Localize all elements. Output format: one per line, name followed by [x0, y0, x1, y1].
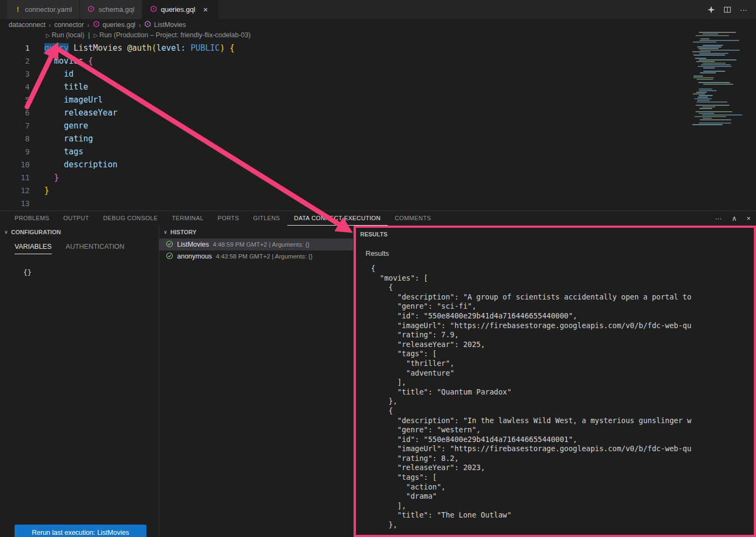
history-section: ∨ HISTORY ListMovies4:48:59 PM GMT+2 | A…	[159, 226, 354, 537]
editor-tab-connector.yaml[interactable]: !connector.yaml	[7, 0, 80, 19]
run-production-codelens[interactable]: ▷ Run (Production – Project: friendly-fl…	[93, 31, 251, 39]
json-line: },	[371, 520, 754, 530]
breadcrumb-item-queries.gql[interactable]: queries.gql	[93, 21, 136, 29]
panel-close-icon[interactable]: ×	[746, 214, 751, 222]
split-editor-icon[interactable]	[724, 6, 731, 13]
json-line: ],	[371, 378, 754, 388]
line-number: 5	[0, 93, 30, 106]
json-line: {	[371, 264, 754, 274]
json-line: {	[371, 406, 754, 416]
panel-tab-terminal[interactable]: TERMINAL	[165, 211, 211, 226]
check-circle-icon	[166, 240, 173, 249]
code-text: rating	[44, 132, 93, 145]
history-header[interactable]: ∨ HISTORY	[159, 226, 353, 239]
panel-tab-output[interactable]: OUTPUT	[56, 211, 96, 226]
breadcrumb-item-dataconnect[interactable]: dataconnect	[9, 21, 45, 29]
tab-bar-tabs: !connector.yamlschema.gqlqueries.gql×	[0, 0, 218, 19]
config-tab-authentication[interactable]: AUTHENTICATION	[66, 243, 125, 254]
codelens: ▷ Run (local) | ▷ Run (Production – Proj…	[46, 31, 251, 39]
panel-tab-comments[interactable]: COMMENTS	[388, 211, 438, 226]
run-local-codelens[interactable]: ▷ Run (local)	[46, 31, 84, 39]
panel-maximize-icon[interactable]: ∧	[732, 214, 737, 222]
more-actions-icon[interactable]: ···	[740, 5, 747, 14]
codelens-divider: |	[88, 31, 90, 39]
tab-label: schema.gql	[98, 5, 134, 13]
panel-tab-ports[interactable]: PORTS	[211, 211, 246, 226]
sparkle-icon[interactable]	[707, 6, 715, 13]
code-text: releaseYear	[44, 106, 117, 119]
chevron-down-icon: ∨	[164, 229, 167, 235]
json-line: "id": "550e8400e29b41d4a716446655440001"…	[371, 435, 754, 445]
code-line: 4 title	[0, 80, 690, 93]
results-json: { "movies": [ { "description": "A group …	[371, 264, 754, 530]
code-text: description	[44, 158, 117, 171]
vscode-window: !connector.yamlschema.gqlqueries.gql× ··…	[0, 0, 756, 537]
code-line: 5 imageUrl	[0, 93, 690, 106]
code-text: id	[44, 67, 73, 80]
minimap[interactable]	[692, 31, 755, 126]
json-line: "title": "Quantum Paradox"	[371, 388, 754, 397]
breadcrumb-label: queries.gql	[103, 21, 136, 29]
json-line: "id": "550e8400e29b41d4a716446655440000"…	[371, 311, 754, 321]
history-entry-meta: 4:43:58 PM GMT+2 | Arguments: {}	[216, 253, 313, 260]
panel-more-icon[interactable]: ···	[715, 214, 722, 222]
history-row-ListMovies[interactable]: ListMovies4:48:59 PM GMT+2 | Arguments: …	[159, 239, 353, 250]
yaml-file-icon: !	[15, 6, 21, 13]
editor-tab-schema.gql[interactable]: schema.gql	[80, 0, 142, 19]
configuration-section: ∨ CONFIGURATION VARIABLESAUTHENTICATION …	[0, 226, 159, 537]
code-line: 7 genre	[0, 119, 690, 132]
code-text: movies {	[44, 55, 93, 67]
history-entry-meta: 4:48:59 PM GMT+2 | Arguments: {}	[213, 241, 309, 248]
panel-tab-gitlens[interactable]: GITLENS	[246, 211, 287, 226]
history-entry-name: ListMovies	[177, 241, 209, 248]
line-number: 8	[0, 132, 30, 145]
code-text: tags	[44, 145, 83, 158]
variables-value[interactable]: {}	[23, 268, 159, 276]
json-line: "thriller",	[371, 359, 754, 369]
json-line: "description": "In the lawless Wild West…	[371, 416, 754, 426]
panel-tab-problems[interactable]: PROBLEMS	[8, 211, 56, 226]
code-line: 1query ListMovies @auth(level: PUBLIC) {	[0, 42, 690, 55]
json-line: "title": "The Lone Outlaw"	[371, 511, 754, 520]
code-text: }	[44, 171, 59, 184]
code-line: 12}	[0, 184, 690, 197]
json-line: "tags": [	[371, 349, 754, 359]
history-list: ListMovies4:48:59 PM GMT+2 | Arguments: …	[159, 239, 353, 262]
configuration-header[interactable]: ∨ CONFIGURATION	[0, 226, 159, 239]
code-area[interactable]: 1query ListMovies @auth(level: PUBLIC) {…	[0, 42, 690, 210]
panel-tab-bar: PROBLEMSOUTPUTDEBUG CONSOLETERMINALPORTS…	[0, 211, 756, 226]
minimap-line	[692, 124, 755, 126]
line-number: 12	[0, 184, 30, 197]
breadcrumb-item-ListMovies[interactable]: ListMovies	[144, 21, 186, 29]
editor-tab-bar: !connector.yamlschema.gqlqueries.gql× ··…	[0, 0, 756, 19]
breadcrumb-item-connector[interactable]: connector	[54, 21, 84, 29]
config-tab-variables[interactable]: VARIABLES	[15, 243, 52, 254]
rerun-button[interactable]: Rerun last execution: ListMovies	[15, 525, 146, 537]
json-line: "tags": [	[371, 473, 754, 482]
json-line: "description": "A group of scientists ac…	[371, 293, 754, 302]
tab-close-icon[interactable]: ×	[201, 5, 210, 14]
json-line: "adventure"	[371, 369, 754, 378]
line-number: 10	[0, 158, 30, 171]
code-text: query ListMovies @auth(level: PUBLIC) {	[44, 42, 234, 55]
line-number: 9	[0, 145, 30, 158]
code-text: genre	[44, 119, 88, 132]
results-label: Results	[366, 249, 754, 257]
editor-tab-queries.gql[interactable]: queries.gql×	[143, 0, 218, 19]
play-icon: ▷	[46, 32, 50, 38]
check-circle-icon	[166, 252, 173, 261]
history-row-anonymous[interactable]: anonymous4:43:58 PM GMT+2 | Arguments: {…	[159, 250, 353, 262]
configuration-tabs: VARIABLESAUTHENTICATION	[0, 243, 159, 254]
breadcrumb-label: connector	[54, 21, 84, 29]
history-entry-name: anonymous	[177, 253, 212, 260]
results-header[interactable]: RESULTS	[356, 228, 754, 241]
code-line: 6 releaseYear	[0, 106, 690, 119]
panel-actions: ··· ∧ ×	[715, 211, 751, 226]
panel-tab-debug-console[interactable]: DEBUG CONSOLE	[96, 211, 165, 226]
tab-label: connector.yaml	[25, 5, 72, 13]
json-line: },	[371, 397, 754, 406]
code-text: title	[44, 80, 88, 93]
code-line: 2 movies {	[0, 55, 690, 67]
panel-tab-data-connect-execution[interactable]: DATA CONNECT EXECUTION	[287, 211, 388, 226]
editor[interactable]: ▷ Run (local) | ▷ Run (Production – Proj…	[0, 31, 756, 210]
